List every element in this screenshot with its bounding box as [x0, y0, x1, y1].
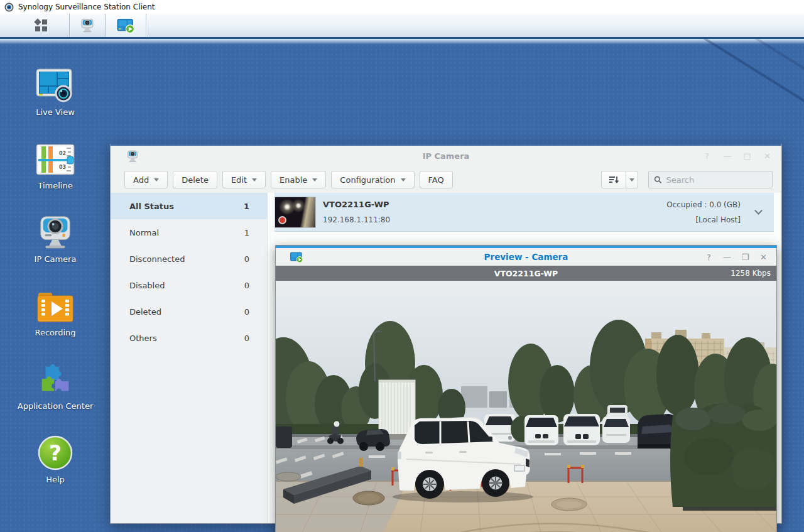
- delete-button-label: Delete: [182, 175, 209, 185]
- ip-camera-window-titlebar[interactable]: IP Camera ? — □ ✕: [111, 146, 781, 166]
- enable-button[interactable]: Enable: [271, 171, 326, 188]
- faq-button[interactable]: FAQ: [420, 171, 453, 188]
- search-icon: [654, 175, 661, 184]
- desktop-icon-recording[interactable]: Recording: [0, 284, 111, 337]
- camera-list-row[interactable]: VTO2211G-WP 192.168.1.111:80 Occupied : …: [274, 193, 774, 232]
- timeline-tick-03: 03: [59, 165, 66, 170]
- sidebar-item-normal[interactable]: Normal 1: [111, 219, 267, 246]
- preview-window-titlebar[interactable]: Preview - Camera ? — ❐ ✕: [276, 248, 776, 266]
- sidebar-item-label: All Status: [129, 202, 174, 211]
- sidebar-item-label: Normal: [129, 228, 159, 237]
- application-center-icon: [36, 361, 75, 398]
- screen: Synology Surveillance Station Client: [0, 0, 804, 532]
- window-title: Synology Surveillance Station Client: [18, 3, 155, 11]
- add-button[interactable]: Add: [124, 171, 168, 188]
- desktop-icon-label: Application Center: [0, 401, 111, 411]
- recording-indicator-icon: [278, 216, 286, 224]
- timeline-tick-02: 02: [59, 151, 66, 156]
- camera-occupied: Occupied : 0.0 (GB): [666, 200, 741, 209]
- camera-host: [Local Host]: [666, 215, 741, 224]
- ip-camera-window-controls: ? — □ ✕: [703, 146, 771, 166]
- white-bmw: [524, 415, 558, 445]
- toolbar-separator: [146, 14, 146, 37]
- close-button[interactable]: ✕: [763, 151, 771, 161]
- desktop-icon-label: Recording: [0, 328, 111, 337]
- sidebar-item-label: Disabled: [129, 281, 165, 290]
- desktop-icon-ip-camera[interactable]: IP Camera: [0, 210, 111, 264]
- white-bmw-2: [563, 414, 600, 445]
- camera-address: 192.168.1.111:80: [323, 215, 390, 224]
- close-button[interactable]: ✕: [759, 252, 768, 262]
- camera-name: VTO2211G-WP: [323, 200, 390, 209]
- edit-button[interactable]: Edit: [222, 171, 266, 188]
- expand-chevron-icon[interactable]: [754, 207, 763, 215]
- minimize-button[interactable]: —: [723, 151, 731, 161]
- sort-options-button[interactable]: [626, 171, 638, 188]
- camera-meta: Occupied : 0.0 (GB) [Local Host]: [666, 200, 741, 224]
- dropdown-caret-icon: [312, 178, 317, 182]
- preview-window-title: Preview - Camera: [276, 252, 776, 262]
- sidebar-item-label: Others: [129, 334, 157, 343]
- sidebar-item-all-status[interactable]: All Status 1: [111, 193, 267, 219]
- search-box: [648, 171, 773, 188]
- desktop-icon-help[interactable]: ? Help: [0, 431, 111, 484]
- ip-camera-icon: [36, 214, 75, 251]
- desktop-icon-timeline[interactable]: 02 03 Timeline: [0, 137, 111, 190]
- sidebar-item-count: 0: [244, 281, 249, 290]
- toolbar-lead-space: [0, 14, 13, 37]
- enable-button-label: Enable: [280, 175, 307, 185]
- maximize-button[interactable]: ❐: [741, 252, 749, 262]
- sort-icon: [608, 174, 619, 185]
- desktop-icon-label: IP Camera: [0, 254, 111, 264]
- white-compact: [602, 416, 630, 443]
- sidebar-item-label: Disconnected: [129, 254, 185, 264]
- sidebar-item-deleted[interactable]: Deleted 0: [111, 298, 267, 325]
- preview-window-icon: [290, 251, 303, 263]
- help-icon: ?: [37, 435, 73, 471]
- stream-name: VTO2211G-WP: [494, 269, 558, 278]
- desktop-icon-application-center[interactable]: Application Center: [0, 357, 111, 411]
- dropdown-caret-icon: [401, 178, 406, 182]
- ip-camera-window-icon: [126, 149, 139, 163]
- help-button[interactable]: ?: [703, 151, 711, 161]
- dropdown-caret-icon: [154, 178, 159, 182]
- live-view-small-icon: [116, 18, 135, 34]
- preview-window: Preview - Camera ? — ❐ ✕ VTO2211G-WP 125…: [275, 245, 777, 532]
- sidebar-item-count: 0: [244, 254, 249, 264]
- apps-menu-button[interactable]: [13, 14, 69, 37]
- sidebar-item-disabled[interactable]: Disabled 0: [111, 272, 267, 298]
- help-button[interactable]: ?: [705, 252, 713, 262]
- dropdown-caret-icon: [252, 178, 257, 182]
- desktop-icon-live-view[interactable]: Live View: [0, 63, 111, 117]
- configuration-button-label: Configuration: [340, 175, 395, 185]
- live-view-tab-button[interactable]: [106, 14, 146, 37]
- dropdown-caret-icon: [629, 178, 634, 182]
- search-input[interactable]: [666, 175, 767, 185]
- stream-bitrate: 1258 Kbps: [731, 269, 771, 278]
- delete-button[interactable]: Delete: [173, 171, 217, 188]
- sidebar-item-label: Deleted: [129, 307, 161, 317]
- desktop-icon-label: Timeline: [0, 181, 111, 190]
- app-toolbar: [0, 14, 804, 39]
- sidebar-item-disconnected[interactable]: Disconnected 0: [111, 246, 267, 272]
- configuration-button[interactable]: Configuration: [331, 171, 414, 188]
- sort-button[interactable]: [601, 171, 626, 188]
- os-titlebar: Synology Surveillance Station Client: [0, 0, 804, 14]
- ip-camera-tab-button[interactable]: [70, 14, 105, 37]
- desktop-top-sheen: [0, 39, 804, 45]
- apps-grid-icon: [33, 17, 50, 34]
- add-button-label: Add: [133, 175, 149, 185]
- video-feed[interactable]: 19-05-2022 08:55:52 Thursday: [276, 281, 776, 532]
- ip-camera-small-icon: [79, 18, 95, 34]
- camera-info: VTO2211G-WP 192.168.1.111:80: [323, 200, 390, 224]
- sidebar-item-count: 0: [244, 334, 249, 343]
- minimize-button[interactable]: —: [723, 252, 731, 262]
- edit-button-label: Edit: [231, 175, 247, 185]
- maximize-button[interactable]: □: [743, 151, 751, 161]
- help-question-glyph: ?: [49, 440, 62, 465]
- live-view-icon: [35, 67, 76, 104]
- camera-video-scene: [276, 281, 776, 532]
- sort-control: [601, 171, 638, 188]
- sidebar-item-others[interactable]: Others 0: [111, 325, 267, 351]
- sidebar-item-count: 1: [244, 202, 249, 211]
